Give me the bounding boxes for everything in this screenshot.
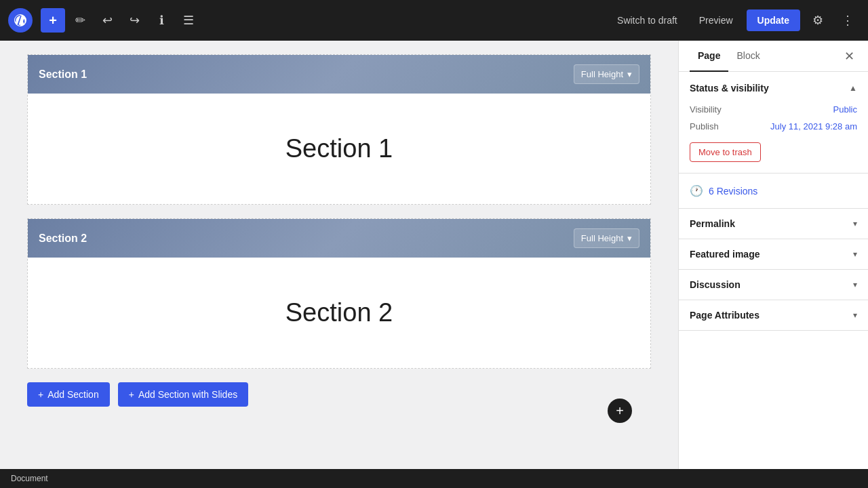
- section-1-header[interactable]: Section 1 Full Height ▾: [28, 55, 650, 94]
- move-to-trash-button[interactable]: Move to trash: [690, 142, 761, 162]
- more-options-button[interactable]: ⋮: [835, 8, 860, 33]
- section-block-2: Section 2 Full Height ▾ Section 2: [27, 218, 651, 369]
- switch-to-draft-button[interactable]: Switch to draft: [609, 11, 686, 30]
- edit-mode-button[interactable]: ✏: [68, 8, 92, 33]
- add-section-button[interactable]: + Add Section: [27, 382, 110, 407]
- section-1-content: Section 1: [28, 94, 650, 204]
- visibility-value[interactable]: Public: [833, 104, 857, 115]
- publish-row: Publish July 11, 2021 9:28 am: [690, 121, 857, 131]
- section-1-dropdown-arrow: ▾: [627, 69, 632, 79]
- undo-button[interactable]: ↩: [95, 8, 119, 33]
- section-2-title: Section 2: [39, 232, 87, 245]
- add-section-with-slides-button[interactable]: + Add Section with Slides: [118, 382, 249, 407]
- section-block-1: Section 1 Full Height ▾ Section 1: [27, 54, 651, 205]
- status-visibility-section: Status & visibility ▲ Visibility Public …: [679, 72, 868, 174]
- permalink-title: Permalink: [690, 218, 735, 229]
- status-visibility-title: Status & visibility: [690, 83, 769, 94]
- visibility-row: Visibility Public: [690, 104, 857, 115]
- section-2-dropdown-arrow: ▾: [627, 233, 632, 243]
- add-section-with-slides-label: Add Section with Slides: [138, 389, 237, 400]
- revisions-icon: 🕐: [690, 184, 703, 197]
- section-1-content-title: Section 1: [285, 134, 393, 163]
- section-2-dropdown-value: Full Height: [581, 233, 623, 243]
- section-2-dropdown[interactable]: Full Height ▾: [574, 228, 639, 248]
- status-visibility-header[interactable]: Status & visibility ▲: [679, 72, 868, 104]
- add-section-slides-plus-icon: +: [129, 389, 134, 400]
- list-view-button[interactable]: ☰: [176, 8, 201, 33]
- details-button[interactable]: ℹ: [149, 8, 174, 33]
- publish-label: Publish: [690, 121, 719, 131]
- status-bar-label: Document: [11, 474, 48, 483]
- section-1-dropdown[interactable]: Full Height ▾: [574, 64, 639, 84]
- toolbar-right: Switch to draft Preview Update ⚙ ⋮: [609, 8, 860, 33]
- featured-image-chevron: ▾: [853, 249, 857, 259]
- tab-page[interactable]: Page: [690, 41, 728, 72]
- page-attributes-title: Page Attributes: [690, 310, 760, 321]
- add-section-label: Add Section: [47, 389, 99, 400]
- section-1-title: Section 1: [39, 68, 87, 81]
- settings-button[interactable]: ⚙: [806, 8, 830, 33]
- section-2-content-title: Section 2: [285, 298, 393, 327]
- update-button[interactable]: Update: [747, 9, 800, 31]
- sidebar-close-button[interactable]: ✕: [842, 46, 857, 66]
- discussion-section[interactable]: Discussion ▾: [679, 270, 868, 300]
- publish-value[interactable]: July 11, 2021 9:28 am: [770, 121, 857, 131]
- toolbar: + ✏ ↩ ↪ ℹ ☰ Switch to draft Preview Upda…: [0, 0, 868, 41]
- discussion-chevron: ▾: [853, 280, 857, 289]
- permalink-section[interactable]: Permalink ▾: [679, 209, 868, 239]
- sidebar: Page Block ✕ Status & visibility ▲ Visib…: [678, 41, 868, 469]
- revisions-row[interactable]: 🕐 6 Revisions: [679, 174, 868, 209]
- page-attributes-chevron: ▾: [853, 310, 857, 320]
- redo-button[interactable]: ↪: [122, 8, 146, 33]
- add-section-row: + Add Section + Add Section with Slides: [27, 382, 651, 407]
- visibility-label: Visibility: [690, 104, 722, 115]
- status-visibility-chevron: ▲: [849, 83, 857, 93]
- add-section-plus-icon: +: [38, 389, 43, 400]
- status-bar: Document: [0, 469, 868, 488]
- page-attributes-section[interactable]: Page Attributes ▾: [679, 300, 868, 331]
- section-2-header[interactable]: Section 2 Full Height ▾: [28, 219, 650, 258]
- preview-button[interactable]: Preview: [691, 11, 741, 30]
- section-1-dropdown-value: Full Height: [581, 69, 623, 79]
- section-2-content: Section 2: [28, 258, 650, 368]
- revisions-label: 6 Revisions: [709, 186, 757, 197]
- floating-add-button[interactable]: +: [608, 399, 632, 423]
- discussion-title: Discussion: [690, 279, 741, 290]
- tab-block[interactable]: Block: [728, 41, 768, 72]
- main-layout: Section 1 Full Height ▾ Section 1 Sectio…: [0, 41, 868, 469]
- featured-image-title: Featured image: [690, 249, 760, 260]
- editor-area[interactable]: Section 1 Full Height ▾ Section 1 Sectio…: [0, 41, 678, 469]
- sidebar-tabs: Page Block ✕: [679, 41, 868, 72]
- permalink-chevron: ▾: [853, 219, 857, 228]
- wp-logo: [8, 8, 33, 33]
- featured-image-section[interactable]: Featured image ▾: [679, 239, 868, 270]
- add-block-button[interactable]: +: [41, 8, 65, 33]
- status-visibility-content: Visibility Public Publish July 11, 2021 …: [679, 104, 868, 173]
